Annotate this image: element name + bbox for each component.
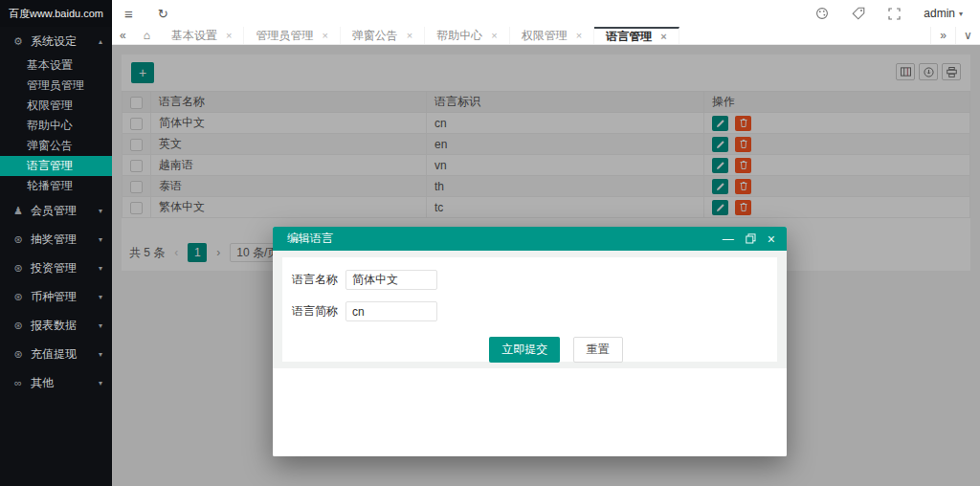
chevron-icon: ▾ [99,293,102,301]
tab-item[interactable]: 弹窗公告 × [341,27,425,44]
minimize-icon[interactable]: — [723,234,734,244]
modal-title: 编辑语言 [287,231,723,247]
chevron-icon: ▾ [99,321,102,330]
close-icon[interactable]: × [768,232,775,247]
tab-label: 弹窗公告 [352,28,398,44]
circle-icon: ⊛ [11,233,25,246]
tab-label: 管理员管理 [256,28,313,44]
sidebar-section-label: 会员管理 [31,203,99,219]
tag-icon[interactable] [852,7,865,20]
chevron-icon: ▾ [99,379,102,387]
circle-icon: ⊛ [11,291,25,303]
language-name-input[interactable] [345,270,437,290]
sidebar-section[interactable]: ⊛ 报表数据 ▾ [0,311,112,340]
username: admin [924,7,955,20]
sidebar-section[interactable]: ∞ 其他 ▾ [0,368,112,397]
tab-close-icon[interactable]: × [491,30,497,41]
sidebar-section[interactable]: ⊛ 投资管理 ▾ [0,254,112,282]
home-tab-icon[interactable]: ⌂ [134,27,160,44]
sidebar-section-label: 其他 [31,375,99,391]
app-logo: 百度www.baidu.com [0,0,112,27]
tab-close-icon[interactable]: × [576,30,582,41]
sidebar-item-label: 管理员管理 [27,78,84,92]
user-icon: ♟ [11,205,25,217]
chevron-icon: ▾ [99,207,102,215]
infinity-icon: ∞ [11,377,25,388]
language-name-label: 语言名称 [292,272,338,288]
maximize-icon[interactable] [746,233,756,244]
sidebar-item-label: 基本设置 [27,58,73,72]
circle-icon: ⊛ [11,348,25,361]
tab-item[interactable]: 语言管理 × [594,27,679,44]
tab-close-icon[interactable]: × [226,30,232,41]
sidebar-item-label: 权限管理 [27,99,73,112]
sidebar-section-label: 币种管理 [31,289,99,305]
sidebar-item-label: 弹窗公告 [27,139,73,152]
sidebar-section-label: 充值提现 [31,346,99,363]
sidebar-section[interactable]: ⚙ 系统设定 ▴ [0,27,112,55]
sidebar-section-label: 报表数据 [31,318,99,334]
modal-footer-space [273,368,787,456]
sidebar: 百度www.baidu.com ⚙ 系统设定 ▴ 基本设置 管理员管理 权限管理… [0,0,112,486]
language-code-label: 语言简称 [292,303,338,320]
chevron-icon: ▴ [99,37,102,46]
sidebar-item[interactable]: 管理员管理 [0,76,112,96]
main-area: ≡ ↻ admin ▾ « ⌂ 基本设置 × 管理员管理 × 弹窗公告 × 帮助… [112,0,980,486]
sidebar-item[interactable]: 弹窗公告 [0,136,112,156]
tab-item[interactable]: 管理员管理 × [244,27,340,44]
sidebar-item[interactable]: 轮播管理 [0,176,112,196]
sidebar-section[interactable]: ⊛ 币种管理 ▾ [0,282,112,311]
chevron-icon: ▾ [99,264,102,273]
chevron-icon: ▾ [99,350,102,359]
tab-item[interactable]: 权限管理 × [510,27,594,44]
tab-label: 帮助中心 [436,28,482,44]
modal-header[interactable]: 编辑语言 — × [273,227,787,251]
sidebar-menu: ⚙ 系统设定 ▴ 基本设置 管理员管理 权限管理 帮助中心 弹窗公告 语言管理 … [0,27,112,397]
reset-button[interactable]: 重置 [573,337,623,363]
collapse-menu-icon[interactable]: ≡ [124,6,133,22]
topbar: ≡ ↻ admin ▾ [112,0,980,27]
language-code-input[interactable] [345,301,437,321]
sidebar-item-label: 轮播管理 [27,179,73,192]
tab-label: 基本设置 [171,28,217,44]
edit-language-modal: 编辑语言 — × 语言名称 语言简称 [273,227,787,456]
tab-bar: « ⌂ 基本设置 × 管理员管理 × 弹窗公告 × 帮助中心 × 权限管理 × … [112,27,980,45]
sidebar-item[interactable]: 语言管理 [0,156,112,176]
tab-item[interactable]: 基本设置 × [160,27,244,44]
tab-close-icon[interactable]: × [407,30,412,41]
tab-label: 语言管理 [606,29,652,45]
sidebar-section-label: 抽奖管理 [31,232,99,248]
tabs-scroll-left-icon[interactable]: « [112,27,134,44]
user-menu[interactable]: admin ▾ [924,7,963,20]
sidebar-item[interactable]: 帮助中心 [0,116,112,136]
sidebar-section[interactable]: ♟ 会员管理 ▾ [0,196,112,225]
content-area: + 语言名称 [112,45,980,486]
chevron-down-icon: ▾ [959,10,963,18]
chevron-icon: ▾ [99,235,102,244]
sidebar-item-label: 语言管理 [27,159,73,172]
circle-icon: ⊛ [11,320,25,332]
sidebar-section[interactable]: ⊛ 抽奖管理 ▾ [0,225,112,254]
edit-form: 语言名称 语言简称 立即提交 重置 [282,257,777,362]
sidebar-item-label: 帮助中心 [27,119,73,132]
sidebar-item[interactable]: 权限管理 [0,96,112,116]
modal-body: 语言名称 语言简称 立即提交 重置 [273,251,787,368]
refresh-icon[interactable]: ↻ [158,7,168,21]
sidebar-section-label: 投资管理 [31,260,99,276]
sidebar-section-label: 系统设定 [31,33,99,50]
tab-label: 权限管理 [522,28,568,44]
tabs-menu-icon[interactable]: ∨ [955,27,980,44]
submit-button[interactable]: 立即提交 [489,337,560,363]
tab-close-icon[interactable]: × [322,30,327,41]
gear-icon: ⚙ [11,35,25,48]
circle-icon: ⊛ [11,262,25,275]
tab-item[interactable]: 帮助中心 × [425,27,509,44]
sidebar-section[interactable]: ⊛ 充值提现 ▾ [0,340,112,368]
tab-list: 基本设置 × 管理员管理 × 弹窗公告 × 帮助中心 × 权限管理 × 语言管理… [160,27,679,44]
fullscreen-icon[interactable] [888,8,901,20]
tab-close-icon[interactable]: × [660,31,666,42]
theme-palette-icon[interactable] [815,7,829,20]
sidebar-item[interactable]: 基本设置 [0,55,112,76]
tabs-scroll-right-icon[interactable]: » [930,27,955,44]
